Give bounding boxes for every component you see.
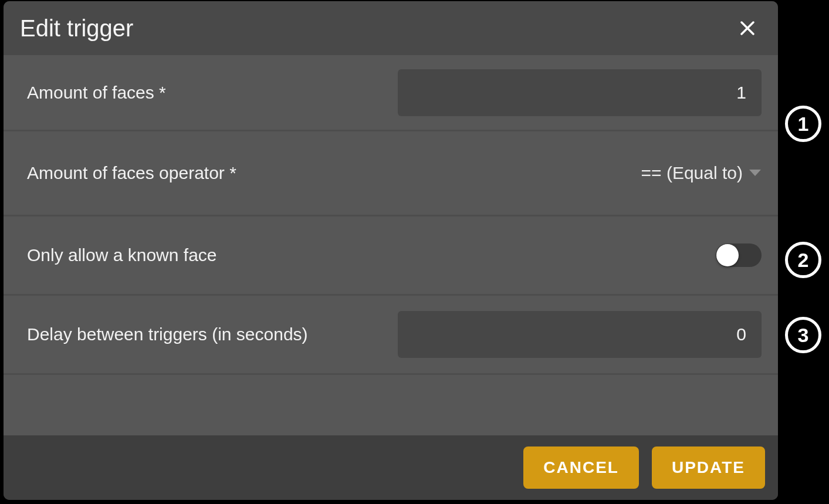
known-face-label: Only allow a known face <box>27 245 217 265</box>
row-operator: Amount of faces operator * == (Equal to) <box>4 131 778 217</box>
row-known-face: Only allow a known face <box>4 217 778 296</box>
edit-trigger-dialog: Edit trigger Amount of faces * Amount of… <box>4 1 778 500</box>
amount-of-faces-input[interactable] <box>398 69 762 116</box>
row-delay: Delay between triggers (in seconds) <box>4 296 778 375</box>
dialog-header: Edit trigger <box>4 1 778 55</box>
amount-of-faces-label: Amount of faces * <box>27 83 166 103</box>
delay-input[interactable] <box>398 311 762 358</box>
body-spacer <box>4 375 778 435</box>
annotation-column: 1 2 3 <box>780 0 827 499</box>
annotation-marker-3: 3 <box>785 317 821 353</box>
operator-value: == (Equal to) <box>641 163 743 183</box>
delay-label: Delay between triggers (in seconds) <box>27 324 308 344</box>
dialog-title: Edit trigger <box>20 15 133 42</box>
close-icon <box>739 19 756 37</box>
dialog-body: Amount of faces * Amount of faces operat… <box>4 55 778 435</box>
chevron-down-icon <box>749 169 762 177</box>
operator-label: Amount of faces operator * <box>27 163 236 183</box>
dialog-footer: CANCEL UPDATE <box>4 435 778 500</box>
annotation-marker-1: 1 <box>785 106 821 142</box>
annotation-marker-2: 2 <box>785 242 821 278</box>
close-button[interactable] <box>733 14 762 42</box>
cancel-button[interactable]: CANCEL <box>523 447 639 489</box>
known-face-toggle[interactable] <box>716 243 762 267</box>
toggle-knob <box>716 244 739 266</box>
row-amount-of-faces: Amount of faces * <box>4 55 778 131</box>
update-button[interactable]: UPDATE <box>652 447 765 489</box>
operator-select[interactable]: == (Equal to) <box>641 163 762 183</box>
